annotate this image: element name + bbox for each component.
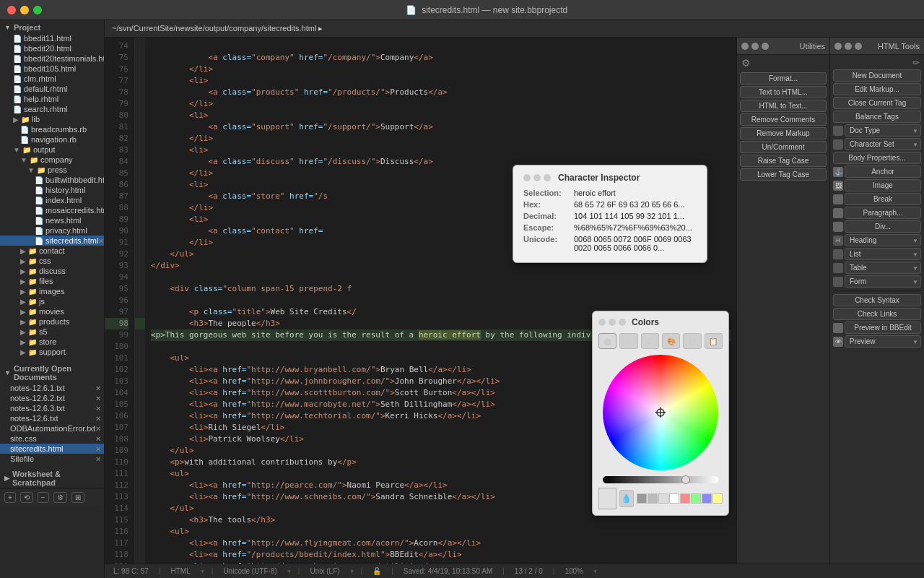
break-btn[interactable]: Break	[845, 193, 921, 205]
tree-item[interactable]: ▼📁press	[0, 165, 104, 175]
list-item[interactable]: notes-12.6.3.txt ✕	[0, 403, 104, 413]
lower-tag-btn[interactable]: Lower Tag Case	[740, 168, 827, 181]
tree-item[interactable]: ▶📁s5	[0, 327, 104, 337]
list-item[interactable]: notes-12.6.txt ✕	[0, 413, 104, 423]
maximize-button[interactable]	[33, 6, 42, 14]
tree-item[interactable]: 📄navigation.rb	[0, 134, 104, 144]
tree-item[interactable]: 📄 sitecredits.html ✕	[0, 236, 104, 246]
open-docs-header[interactable]: ▼ Currently Open Documents	[0, 361, 104, 383]
tree-item[interactable]: 📄search.rhtml	[0, 104, 104, 114]
tree-item[interactable]: ▶📁lib	[0, 114, 104, 124]
color-cell[interactable]	[637, 493, 647, 504]
list-item[interactable]: Sitefile ✕	[0, 454, 104, 464]
tree-item[interactable]: 📄history.html	[0, 185, 104, 195]
html-to-text-btn[interactable]: HTML to Text...	[740, 100, 827, 112]
color-wheel-container[interactable]	[603, 355, 718, 470]
color-crayon-btn[interactable]: 🖍	[641, 333, 659, 349]
history-btn[interactable]: ⟲	[20, 492, 33, 503]
tree-item[interactable]: ▶📁movies	[0, 306, 104, 316]
add-file-btn[interactable]: +	[4, 492, 16, 503]
minimize-button[interactable]	[20, 6, 29, 14]
tree-item[interactable]: 📄bbedit20testimonials.html	[0, 53, 104, 64]
close-doc-btn[interactable]: ✕	[95, 405, 101, 413]
raise-tag-btn[interactable]: Raise Tag Case	[740, 155, 827, 167]
gear-icon[interactable]: ⚙	[741, 57, 751, 69]
close-doc-btn[interactable]: ✕	[95, 425, 101, 433]
line-endings[interactable]: Unix (LF)	[307, 567, 342, 575]
tree-item[interactable]: 📄clm.rhtml	[0, 74, 104, 84]
eyedropper-btn[interactable]: 💧	[619, 490, 634, 507]
tree-item[interactable]: ▶📁js	[0, 296, 104, 306]
text-to-html-btn[interactable]: Text to HTML...	[740, 86, 827, 98]
project-section-header[interactable]: ▼ Project	[0, 20, 104, 33]
heading-select[interactable]: Heading	[845, 234, 921, 246]
color-wheel-mode-btn[interactable]: ⬤	[598, 333, 616, 349]
list-item[interactable]: site.css ✕	[0, 434, 104, 444]
close-doc-btn[interactable]: ✕	[95, 455, 101, 463]
preview-select[interactable]: Preview	[845, 335, 921, 348]
uncomment-btn[interactable]: Un/Comment	[740, 141, 827, 153]
close-doc-btn[interactable]: ✕	[95, 384, 101, 392]
tree-item[interactable]: ▶📁products	[0, 316, 104, 327]
tree-item[interactable]: ▶📁support	[0, 347, 104, 357]
tree-item[interactable]: 📄mosaiccredits.html	[0, 205, 104, 215]
tree-item[interactable]: ▶📁contact	[0, 246, 104, 256]
remove-markup-btn[interactable]: Remove Markup	[740, 127, 827, 139]
color-swatch[interactable]	[598, 488, 616, 509]
list-item[interactable]: sitecredits.html ✕	[0, 444, 104, 454]
tree-item[interactable]: 📄bbedit105.html	[0, 64, 104, 74]
body-properties-btn[interactable]: Body Properties...	[833, 152, 921, 164]
tree-item[interactable]: ▶📁images	[0, 286, 104, 296]
color-cell[interactable]	[658, 493, 668, 504]
color-custom-btn[interactable]: 📋	[705, 333, 723, 349]
check-links-btn[interactable]: Check Links	[833, 308, 921, 320]
filter-btn[interactable]: ⚙	[53, 492, 67, 503]
color-cell[interactable]	[702, 493, 712, 504]
tree-item[interactable]: 📄builtwithbbedit.html	[0, 175, 104, 185]
tree-item[interactable]: 📄help.rhtml	[0, 94, 104, 104]
close-file-btn[interactable]: ✕	[98, 237, 104, 245]
close-button[interactable]	[7, 6, 16, 14]
balance-tags-btn[interactable]: Balance Tags	[833, 111, 921, 123]
tree-item[interactable]: ▶📁files	[0, 276, 104, 286]
search-btn[interactable]: −	[38, 492, 49, 503]
color-cell[interactable]	[680, 493, 690, 504]
check-syntax-btn[interactable]: Check Syntax	[833, 294, 921, 306]
close-doc-btn[interactable]: ✕	[95, 415, 101, 423]
encoding[interactable]: Unicode (UTF-8)	[220, 567, 279, 575]
tree-item[interactable]: 📄bbedit20.html	[0, 43, 104, 53]
syntax-mode[interactable]: HTML	[168, 567, 193, 575]
char-set-select[interactable]: Character Set	[845, 138, 921, 150]
brightness-thumb[interactable]	[681, 475, 690, 484]
zoom[interactable]: 100%	[562, 567, 586, 575]
color-cell[interactable]	[648, 493, 658, 504]
close-doc-btn[interactable]: ✕	[95, 394, 101, 402]
tree-item[interactable]: 📄privacy.html	[0, 225, 104, 236]
color-sliders-btn[interactable]: ≡	[619, 333, 637, 349]
div-btn[interactable]: Div...	[845, 220, 921, 233]
color-image-btn[interactable]: 🖼	[683, 333, 701, 349]
edit-markup-btn[interactable]: Edit Markup...	[833, 83, 921, 95]
tree-item[interactable]: ▼📁company	[0, 155, 104, 165]
list-item[interactable]: ODBAutomationError.txt ✕	[0, 423, 104, 434]
lock-icon[interactable]: 🔓	[370, 567, 384, 575]
doc-type-select[interactable]: Doc Type	[845, 124, 921, 137]
new-document-btn[interactable]: New Document	[833, 69, 921, 82]
tree-item[interactable]: ▶📁store	[0, 337, 104, 347]
close-doc-btn[interactable]: ✕	[95, 445, 101, 453]
format-btn[interactable]: Format...	[740, 72, 827, 85]
image-btn[interactable]: Image	[845, 179, 921, 191]
preview-bbedit-btn[interactable]: Preview in BBEdit	[845, 322, 921, 334]
tree-item[interactable]: ▶📁discuss	[0, 266, 104, 276]
remove-comments-btn[interactable]: Remove Comments	[740, 113, 827, 126]
close-current-tag-btn[interactable]: Close Current Tag	[833, 97, 921, 109]
list-item[interactable]: notes-12.6.2.txt ✕	[0, 393, 104, 403]
color-cell[interactable]	[712, 493, 723, 504]
list-select[interactable]: List	[845, 248, 921, 260]
brightness-slider-track[interactable]	[603, 476, 718, 483]
color-cell[interactable]	[669, 493, 679, 504]
pencil-icon[interactable]: ✏	[912, 58, 920, 68]
paragraph-btn[interactable]: Paragraph...	[845, 207, 921, 219]
tree-item[interactable]: 📄index.html	[0, 195, 104, 205]
tree-item[interactable]: ▶📁css	[0, 256, 104, 266]
